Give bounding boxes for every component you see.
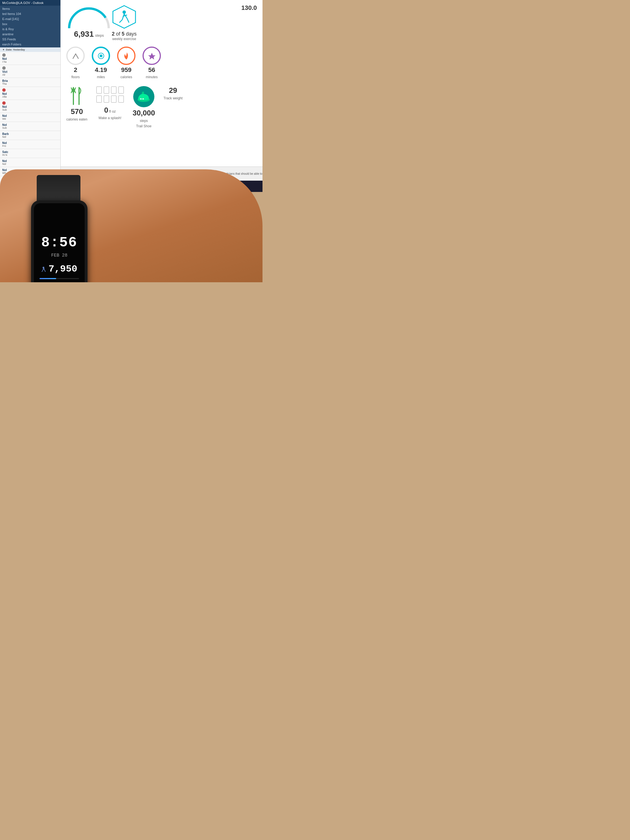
calories-value: 959 xyxy=(121,66,131,74)
fork-knife-icon xyxy=(68,86,85,106)
email-sender: Nol xyxy=(2,57,58,60)
email-item[interactable]: Nol Sub xyxy=(0,122,60,131)
weight-right-label: Track weight xyxy=(163,96,183,100)
sidebar-header: McCorkle@LA.GOV - Outlook xyxy=(0,0,60,6)
sidebar-item-quarantine[interactable]: arantine xyxy=(0,32,60,37)
steps-section: 6,931 steps xyxy=(66,4,257,41)
steps-arc-svg xyxy=(66,4,112,30)
svg-rect-20 xyxy=(96,96,102,103)
sidebar-item-items[interactable]: Items xyxy=(0,6,60,11)
floors-metric: 2 floors xyxy=(66,47,85,79)
weekly-days-of: of xyxy=(116,31,122,37)
watch-screen: 8:56 FEB 28 7,950 xyxy=(34,203,85,282)
svg-rect-21 xyxy=(104,96,109,103)
email-flag-icon xyxy=(2,88,6,92)
email-item[interactable]: Bria Tha xyxy=(0,78,60,87)
email-subject: I ha xyxy=(2,60,58,63)
email-sender: Satc xyxy=(2,150,58,153)
food-calories-label: calories eaten xyxy=(66,117,87,122)
sidebar-item-inbox[interactable]: box xyxy=(0,21,60,27)
svg-line-5 xyxy=(127,18,129,22)
svg-rect-19 xyxy=(118,87,124,93)
svg-rect-22 xyxy=(111,96,116,103)
minutes-circle xyxy=(142,47,161,65)
email-subject: Alr xyxy=(2,73,58,76)
email-subject: Nol xyxy=(2,136,58,138)
email-sender: Nol xyxy=(2,141,58,145)
water-glass xyxy=(103,86,109,94)
email-subject: Fro xyxy=(2,145,58,147)
svg-point-31 xyxy=(43,267,44,268)
sidebar-item-isroy[interactable]: is & Roy xyxy=(0,27,60,32)
email-item[interactable]: Nol Afte xyxy=(0,87,60,100)
water-glass xyxy=(118,86,124,94)
email-sender: Vict xyxy=(2,70,58,73)
email-flag-icon xyxy=(2,101,6,105)
water-glasses-grid xyxy=(96,86,124,103)
watch-steps-row: 7,950 xyxy=(41,264,77,274)
calories-icon xyxy=(122,52,131,60)
fitbit-watch: 8:56 FEB 28 7,950 xyxy=(31,201,87,282)
email-subject: Tha xyxy=(2,82,58,85)
water-value: 0 xyxy=(104,106,108,115)
svg-line-32 xyxy=(43,268,43,271)
email-sender: Barb xyxy=(2,133,58,136)
challenge-badge xyxy=(133,86,155,107)
weekly-exercise-text: 2 of 5 days weekly exercise xyxy=(112,31,137,41)
svg-line-35 xyxy=(44,270,46,272)
watch-band-top xyxy=(37,175,81,203)
svg-rect-16 xyxy=(96,87,102,93)
email-item[interactable]: Satc Hi N xyxy=(0,149,60,158)
weight-right-value: 29 xyxy=(169,86,177,95)
expand-icon[interactable]: ▼ xyxy=(2,48,5,51)
svg-marker-0 xyxy=(113,6,136,28)
sidebar-item-deleted[interactable]: ted Items 104 xyxy=(0,11,60,16)
weight-value-right: 130.0 xyxy=(242,4,257,11)
food-section: 570 calories eaten xyxy=(66,86,87,122)
water-glass xyxy=(111,86,117,94)
email-item[interactable]: Nol I ha xyxy=(0,52,60,65)
challenge-section: 30,000 steps Trail Shoe xyxy=(133,86,155,128)
miles-value: 4.19 xyxy=(95,66,107,74)
steps-display: 6,931 steps xyxy=(66,4,112,39)
watch-steps-value: 7,950 xyxy=(49,264,77,274)
minutes-value: 56 xyxy=(148,66,155,74)
svg-line-34 xyxy=(42,271,43,272)
sidebar-item-email[interactable]: E-mail [141] xyxy=(0,16,60,21)
sidebar-navigation: Items ted Items 104 E-mail [141] box is … xyxy=(0,6,60,47)
email-subject: Afte xyxy=(2,95,58,98)
floors-value: 2 xyxy=(74,66,77,74)
svg-line-4 xyxy=(119,20,122,22)
email-item[interactable]: Nol Sub xyxy=(0,100,60,113)
fitbit-dashboard: 6,931 steps xyxy=(61,0,262,192)
minutes-icon xyxy=(148,52,156,60)
svg-point-7 xyxy=(99,54,103,57)
challenge-sublabel: Trail Shoe xyxy=(136,124,151,128)
watch-date-display: FEB 28 xyxy=(51,253,68,258)
steps-label: steps xyxy=(95,33,104,38)
sidebar-item-rssfeeds[interactable]: SS Feeds xyxy=(0,37,60,42)
email-item[interactable]: Nol Nol xyxy=(0,158,60,167)
calories-label: calories xyxy=(120,75,132,79)
weekly-days-total: 5 xyxy=(122,31,125,37)
email-item[interactable]: Nol We xyxy=(0,113,60,122)
email-item[interactable]: Nol Fro xyxy=(0,140,60,149)
water-glass xyxy=(111,95,117,103)
weekly-days-current: 2 xyxy=(112,31,115,37)
miles-icon xyxy=(97,52,105,60)
email-sender: Bria xyxy=(2,79,58,82)
email-subject: Sub xyxy=(2,108,58,111)
sidebar-item-searchfolders[interactable]: earch Folders xyxy=(0,42,60,47)
email-subject: Nol xyxy=(2,163,58,166)
email-item[interactable]: Vict Alr xyxy=(0,65,60,78)
bottom-stats-row: 570 calories eaten xyxy=(66,86,257,128)
svg-rect-18 xyxy=(111,87,116,93)
calories-metric: 959 calories xyxy=(117,47,136,79)
monitor-screen: McCorkle@LA.GOV - Outlook Items ted Item… xyxy=(0,0,262,192)
svg-marker-9 xyxy=(148,53,156,60)
email-item[interactable]: Barb Nol xyxy=(0,131,60,140)
minutes-metric: 56 minutes xyxy=(142,47,161,79)
metrics-row: 2 floors 4.19 miles xyxy=(66,47,257,79)
svg-rect-23 xyxy=(118,96,124,103)
floors-circle xyxy=(66,47,85,65)
